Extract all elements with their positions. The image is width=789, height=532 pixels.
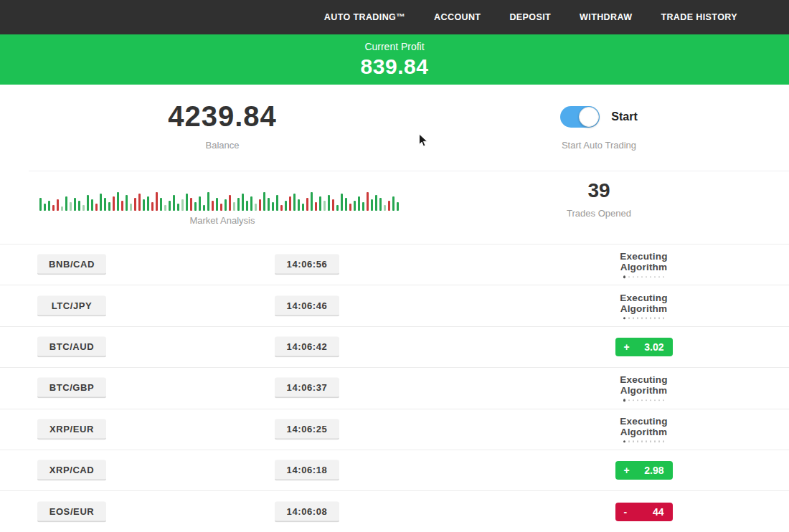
time-chip[interactable]: 14:06:56 xyxy=(275,255,339,275)
trades-opened-value: 39 xyxy=(509,179,689,202)
executing-status: Executing Algorithm xyxy=(595,293,692,320)
market-bar xyxy=(61,206,63,211)
progress-dot xyxy=(633,317,635,319)
pair-chip[interactable]: BTC/GBP xyxy=(37,378,106,399)
progress-dot xyxy=(650,276,652,278)
market-bar xyxy=(323,201,326,211)
time-chip[interactable]: 14:06:46 xyxy=(275,295,339,316)
market-bar xyxy=(259,199,261,211)
market-bar xyxy=(57,199,59,211)
market-bar xyxy=(328,195,330,211)
auto-trading-toggle[interactable] xyxy=(560,106,600,128)
market-bar xyxy=(276,195,278,211)
pair-chip[interactable]: LTC/JPY xyxy=(37,295,106,316)
market-bar xyxy=(315,202,317,211)
trade-result: Executing Algorithm xyxy=(595,293,692,320)
pair-chip[interactable]: EOS/EUR xyxy=(37,501,106,522)
market-bar xyxy=(173,195,175,211)
progress-dot xyxy=(628,317,630,319)
market-bar xyxy=(392,196,394,211)
progress-dot xyxy=(658,441,661,443)
nav-trade-history[interactable]: TRADE HISTORY xyxy=(661,12,737,22)
market-bar xyxy=(138,194,141,211)
trade-result: - 44 xyxy=(595,503,692,521)
nav-account[interactable]: ACCOUNT xyxy=(434,12,481,22)
current-profit-banner: Current Profit 839.84 xyxy=(0,34,789,85)
balance-label: Balance xyxy=(43,140,402,151)
nav-deposit[interactable]: DEPOSIT xyxy=(509,12,551,22)
progress-dot xyxy=(623,317,626,320)
progress-dot xyxy=(641,441,643,443)
trade-result: Executing Algorithm xyxy=(595,416,692,443)
progress-dot xyxy=(637,317,639,319)
pair-chip[interactable]: BNB/CAD xyxy=(37,255,106,275)
market-bar xyxy=(169,201,171,211)
trade-result: + 3.02 xyxy=(595,338,692,356)
trades-opened-block: 39 Trades Opened xyxy=(509,179,689,219)
progress-dot xyxy=(646,441,648,443)
market-bar xyxy=(70,202,72,211)
market-bar xyxy=(280,205,283,211)
nav-auto-trading[interactable]: AUTO TRADING™ xyxy=(324,12,405,22)
market-analysis-label: Market Analysis xyxy=(43,215,402,226)
pair-chip[interactable]: BTC/AUD xyxy=(37,336,106,357)
market-analysis-chart xyxy=(39,184,404,211)
progress-dot xyxy=(628,399,630,402)
progress-dot xyxy=(663,317,665,319)
time-chip[interactable]: 14:06:37 xyxy=(275,378,339,399)
time-chip[interactable]: 14:06:18 xyxy=(275,460,339,481)
market-bar xyxy=(388,201,390,211)
market-bar xyxy=(229,195,231,211)
table-row: BTC/GBP 14:06:37 Executing Algorithm xyxy=(0,367,789,408)
pair-chip[interactable]: XRP/EUR xyxy=(37,419,106,440)
progress-dot xyxy=(637,441,639,443)
progress-dot xyxy=(637,399,639,402)
market-bar xyxy=(306,198,308,211)
time-chip[interactable]: 14:06:25 xyxy=(275,419,339,440)
progress-dot xyxy=(646,399,648,402)
badge-value: 3.02 xyxy=(644,341,663,353)
badge-value: 44 xyxy=(653,506,664,518)
market-bar xyxy=(349,204,351,211)
market-bar xyxy=(121,201,123,211)
profit-badge: + 2.98 xyxy=(615,461,673,480)
toggle-knob xyxy=(579,107,599,127)
market-bar xyxy=(345,198,347,211)
market-bar xyxy=(190,198,192,211)
progress-dot xyxy=(628,441,630,443)
current-profit-value: 839.84 xyxy=(0,54,789,79)
nav-withdraw[interactable]: WITHDRAW xyxy=(580,12,632,22)
time-chip[interactable]: 14:06:42 xyxy=(275,336,339,357)
market-bar xyxy=(237,198,240,211)
market-bar xyxy=(293,194,296,211)
progress-dot xyxy=(641,276,643,278)
market-bar xyxy=(134,198,136,211)
profit-badge: + 3.02 xyxy=(615,338,673,356)
market-bar xyxy=(375,195,377,211)
market-bar xyxy=(39,198,42,211)
progress-dot xyxy=(623,399,626,402)
progress-dot xyxy=(654,399,656,402)
progress-dot xyxy=(623,440,626,443)
market-bar xyxy=(181,199,184,211)
time-chip[interactable]: 14:06:08 xyxy=(275,501,339,522)
market-bar xyxy=(302,204,304,211)
trade-result: + 2.98 xyxy=(595,461,692,480)
table-row: BTC/AUD 14:06:42 + 3.02 xyxy=(0,326,789,367)
market-bar xyxy=(358,196,360,211)
market-bar xyxy=(336,205,339,211)
market-bar xyxy=(203,205,205,211)
market-bar xyxy=(379,198,382,211)
executing-label: Executing Algorithm xyxy=(595,375,692,396)
market-bar xyxy=(225,199,227,211)
pair-chip[interactable]: XRP/CAD xyxy=(37,460,106,481)
progress-dots xyxy=(595,275,692,278)
market-bar xyxy=(78,201,80,211)
trades-opened-label: Trades Opened xyxy=(509,208,689,219)
market-bar xyxy=(319,196,321,211)
progress-dot xyxy=(654,317,656,319)
market-bar xyxy=(194,202,197,211)
market-bar xyxy=(298,199,300,211)
market-bar xyxy=(151,202,153,211)
badge-value: 2.98 xyxy=(644,465,663,476)
